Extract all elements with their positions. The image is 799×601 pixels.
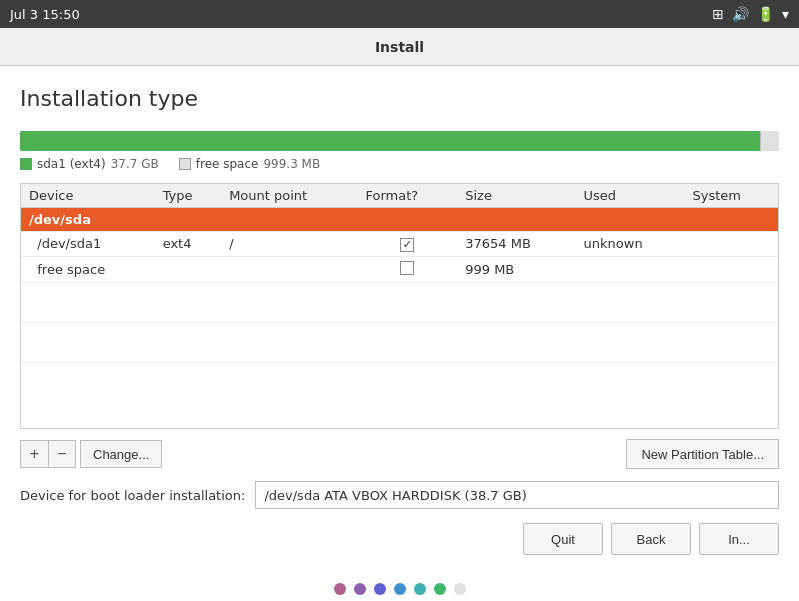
add-partition-button[interactable]: + (20, 440, 48, 468)
progress-dots (0, 575, 799, 601)
back-button[interactable]: Back (611, 523, 691, 555)
partition-bar-free (760, 131, 779, 151)
cell-device: free space (21, 256, 155, 282)
progress-dot-3[interactable] (394, 583, 406, 595)
cell-format[interactable]: ✓ (358, 232, 458, 257)
cell-type: ext4 (155, 232, 222, 257)
progress-dot-4[interactable] (414, 583, 426, 595)
dropdown-icon: ▾ (782, 6, 789, 22)
bootloader-label: Device for boot loader installation: (20, 488, 245, 503)
progress-dot-6[interactable] (454, 583, 466, 595)
progress-dot-2[interactable] (374, 583, 386, 595)
format-checkbox[interactable] (400, 261, 414, 275)
partition-bar (20, 131, 779, 151)
group-header-label: /dev/sda (21, 208, 778, 232)
cell-system (684, 232, 778, 257)
table-body: /dev/sda /dev/sda1 ext4 / ✓ 37654 MB unk… (21, 208, 778, 363)
cell-type (155, 256, 222, 282)
col-mount: Mount point (221, 184, 357, 208)
col-device: Device (21, 184, 155, 208)
legend-color-free (179, 158, 191, 170)
col-used: Used (576, 184, 685, 208)
col-size: Size (457, 184, 575, 208)
bootloader-select-value: /dev/sda ATA VBOX HARDDISK (38.7 GB) (264, 488, 526, 503)
format-checkbox[interactable]: ✓ (400, 238, 414, 252)
legend-free-label: free space (196, 157, 259, 171)
progress-dot-5[interactable] (434, 583, 446, 595)
main-content: Installation type sda1 (ext4) 37.7 GB fr… (0, 66, 799, 575)
cell-used: unknown (576, 232, 685, 257)
quit-button[interactable]: Quit (523, 523, 603, 555)
system-tray: ⊞ 🔊 🔋 ▾ (712, 6, 789, 22)
change-button[interactable]: Change... (80, 440, 162, 468)
network-icon: ⊞ (712, 6, 724, 22)
new-partition-table-button[interactable]: New Partition Table... (626, 439, 779, 469)
empty-row (21, 282, 778, 322)
cell-device: /dev/sda1 (21, 232, 155, 257)
table-wrapper: Device Type Mount point Format? Size Use… (20, 183, 779, 429)
cell-size: 999 MB (457, 256, 575, 282)
empty-row (21, 322, 778, 362)
title-bar: Install (0, 28, 799, 66)
table-row[interactable]: free space 999 MB (21, 256, 778, 282)
cell-size: 37654 MB (457, 232, 575, 257)
cell-mount: / (221, 232, 357, 257)
partition-bar-sda1 (20, 131, 760, 151)
progress-dot-1[interactable] (354, 583, 366, 595)
cell-used (576, 256, 685, 282)
progress-dot-0[interactable] (334, 583, 346, 595)
cell-format[interactable] (358, 256, 458, 282)
partition-table: Device Type Mount point Format? Size Use… (21, 184, 778, 363)
legend-free-size: 999.3 MB (263, 157, 320, 171)
battery-icon: 🔋 (757, 6, 774, 22)
legend-sda1-size: 37.7 GB (111, 157, 159, 171)
footer-buttons: Quit Back In... (20, 523, 779, 555)
bootloader-row: Device for boot loader installation: /de… (20, 481, 779, 509)
install-button[interactable]: In... (699, 523, 779, 555)
page-title: Installation type (20, 86, 779, 111)
legend-free: free space 999.3 MB (179, 157, 320, 171)
partition-legend: sda1 (ext4) 37.7 GB free space 999.3 MB (20, 157, 779, 171)
bootloader-select[interactable]: /dev/sda ATA VBOX HARDDISK (38.7 GB) (255, 481, 779, 509)
volume-icon: 🔊 (732, 6, 749, 22)
col-type: Type (155, 184, 222, 208)
datetime: Jul 3 15:50 (10, 7, 80, 22)
table-header: Device Type Mount point Format? Size Use… (21, 184, 778, 208)
cell-mount (221, 256, 357, 282)
remove-partition-button[interactable]: − (48, 440, 76, 468)
actions-row: + − Change... New Partition Table... (20, 439, 779, 469)
legend-sda1: sda1 (ext4) 37.7 GB (20, 157, 159, 171)
table-row[interactable]: /dev/sda1 ext4 / ✓ 37654 MB unknown (21, 232, 778, 257)
group-header-sda[interactable]: /dev/sda (21, 208, 778, 232)
top-bar: Jul 3 15:50 ⊞ 🔊 🔋 ▾ (0, 0, 799, 28)
window-title: Install (375, 39, 424, 55)
legend-sda1-label: sda1 (ext4) (37, 157, 106, 171)
legend-color-sda1 (20, 158, 32, 170)
col-system: System (684, 184, 778, 208)
col-format: Format? (358, 184, 458, 208)
cell-system (684, 256, 778, 282)
